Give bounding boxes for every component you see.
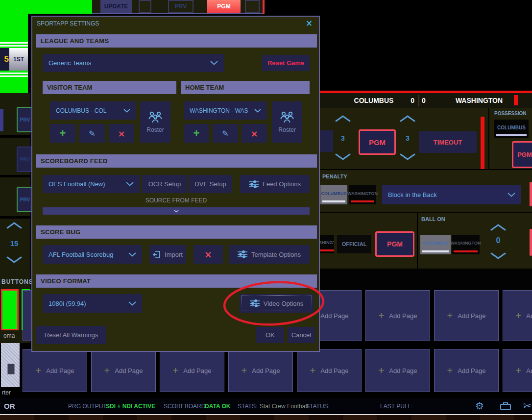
feed-value: OES Football (New) bbox=[48, 180, 105, 188]
league-select[interactable]: Generic Teams bbox=[43, 54, 224, 72]
chevron-down-icon bbox=[508, 193, 515, 197]
add-page-label: Add Page bbox=[389, 312, 417, 320]
scorebug-select[interactable]: AFL Football Scorebug bbox=[43, 245, 142, 264]
team-underline bbox=[322, 200, 345, 202]
plus-icon: + bbox=[310, 365, 316, 376]
add-page-tile[interactable]: +Add Page bbox=[228, 349, 293, 392]
close-icon[interactable]: × bbox=[306, 18, 313, 28]
template-options-button[interactable]: Template Options bbox=[229, 245, 310, 264]
plus-icon: + bbox=[447, 310, 453, 321]
add-page-tile[interactable]: +Add Page bbox=[365, 290, 430, 341]
timeouts-up-icon[interactable] bbox=[399, 115, 416, 123]
home-team-select[interactable]: WASHINGTON - WAS bbox=[184, 101, 267, 120]
timeouts-up-icon[interactable] bbox=[335, 115, 351, 123]
visitor-timeouts-value: 3 bbox=[335, 134, 351, 142]
scorebug-preview: 5 1ST bbox=[0, 48, 28, 71]
visitor-delete-button[interactable]: × bbox=[109, 124, 134, 143]
home-delete-button[interactable]: × bbox=[242, 124, 267, 143]
add-page-tile[interactable]: +Add Page bbox=[503, 349, 532, 392]
toolbar-spacer bbox=[245, 0, 260, 13]
pgm-take-button[interactable]: PGM bbox=[359, 129, 396, 155]
visitor-team-select[interactable]: COLUMBUS - COL bbox=[50, 101, 136, 120]
cut-red-button bbox=[530, 182, 532, 206]
add-page-tile[interactable]: +Add Page bbox=[160, 349, 224, 392]
update-button[interactable]: UPDATE bbox=[100, 0, 132, 13]
add-page-tile[interactable]: +Add Page bbox=[434, 349, 499, 392]
ball-on-visitor-toggle[interactable]: COLUMBUS bbox=[420, 235, 451, 254]
ball-on-home-toggle[interactable]: WASHINGTON bbox=[452, 235, 480, 254]
reset-warnings-button[interactable]: Reset All Warnings bbox=[36, 326, 106, 344]
timeouts-down-icon[interactable] bbox=[335, 153, 351, 161]
add-page-tile[interactable]: +Add Page bbox=[91, 349, 156, 392]
roster-label: Roster bbox=[146, 126, 164, 133]
possession-pgm-button[interactable]: PGM bbox=[512, 141, 532, 168]
stepper-down-icon[interactable] bbox=[6, 256, 23, 264]
add-page-tile[interactable]: +Add Page bbox=[365, 349, 430, 392]
dve-setup-button[interactable]: DVE Setup bbox=[189, 175, 232, 193]
add-page-tile[interactable]: +Add Page bbox=[434, 290, 499, 341]
plus-icon: + bbox=[379, 310, 385, 321]
official-button[interactable]: OFFICIAL bbox=[337, 235, 371, 253]
team-underline bbox=[351, 200, 374, 202]
video-options-button[interactable]: Video Options bbox=[240, 294, 314, 313]
preset-thumbnail[interactable] bbox=[1, 343, 20, 387]
cancel-button[interactable]: Cancel bbox=[288, 327, 315, 343]
video-format-select[interactable]: 1080i (59.94) bbox=[43, 294, 142, 313]
penalty-select[interactable]: Block in the Back bbox=[382, 185, 521, 204]
row1-prv-button[interactable]: PRV bbox=[17, 107, 33, 132]
penalty-home-toggle[interactable]: WASHINGTON bbox=[349, 185, 376, 204]
add-page-label: Add Page bbox=[183, 367, 211, 374]
preset-chroma-tile[interactable] bbox=[1, 289, 19, 330]
row2-prv-button[interactable]: PRV bbox=[17, 147, 33, 172]
row3-prv-button[interactable]: PRV bbox=[17, 187, 33, 212]
ball-on-up-icon[interactable] bbox=[490, 223, 507, 231]
add-page-label: Add Page bbox=[389, 367, 417, 374]
feed-select[interactable]: OES Football (New) bbox=[43, 175, 140, 193]
add-page-label: Add Page bbox=[526, 367, 532, 374]
home-name: WASHINGTON bbox=[440, 97, 518, 104]
feed-options-label: Feed Options bbox=[263, 180, 301, 188]
feed-options-button[interactable]: Feed Options bbox=[240, 175, 310, 193]
visitor-add-button[interactable]: + bbox=[50, 124, 75, 143]
ball-on-pgm-button[interactable]: PGM bbox=[375, 231, 414, 257]
add-page-label: Add Page bbox=[320, 312, 348, 320]
gear-icon[interactable]: ⚙ bbox=[475, 400, 484, 412]
timeouts-down-icon[interactable] bbox=[399, 153, 416, 161]
possession-visitor-toggle[interactable]: COLUMBUS bbox=[494, 120, 529, 138]
stepper-up-icon[interactable] bbox=[6, 222, 23, 229]
home-edit-button[interactable]: ✎ bbox=[213, 124, 238, 143]
add-page-tile[interactable]: +Add Page bbox=[503, 290, 532, 341]
scorebug-stripe bbox=[0, 45, 28, 47]
pgm-button[interactable]: PGM bbox=[207, 0, 241, 13]
home-team-header: HOME TEAM bbox=[181, 81, 310, 94]
ok-button[interactable]: OK bbox=[256, 327, 284, 343]
home-roster-button[interactable]: Roster bbox=[272, 101, 302, 143]
penalty-visitor-toggle[interactable]: COLUMBUS bbox=[320, 185, 347, 204]
timeout-button[interactable]: TIMEOUT bbox=[419, 131, 477, 153]
source-feed-expander[interactable] bbox=[43, 207, 310, 215]
add-page-tile[interactable]: +Add Page bbox=[297, 349, 362, 392]
scissors-icon[interactable]: ✂ bbox=[523, 400, 532, 412]
prv-button[interactable]: PRV bbox=[168, 0, 193, 13]
ocr-setup-button[interactable]: OCR Setup bbox=[142, 175, 187, 193]
toolbar-spacer bbox=[139, 0, 151, 13]
add-page-tile[interactable]: +Add Page bbox=[23, 349, 87, 392]
penalty-home-label: WASHINGTON bbox=[347, 191, 378, 196]
roster-label: Roster bbox=[278, 126, 295, 133]
section-scorebug-header: SCORE BUG bbox=[36, 225, 317, 239]
ball-on-label: BALL ON bbox=[421, 216, 445, 222]
home-add-button[interactable]: + bbox=[184, 124, 209, 143]
plus-icon: + bbox=[104, 365, 110, 376]
plus-icon: + bbox=[60, 128, 66, 139]
reset-game-button[interactable]: Reset Game bbox=[262, 55, 310, 71]
cut-home-toggle[interactable]: WASHINGTON bbox=[320, 235, 334, 253]
visitor-roster-button[interactable]: Roster bbox=[140, 101, 170, 143]
status-left-text: OR bbox=[4, 402, 15, 410]
visitor-edit-button[interactable]: ✎ bbox=[79, 124, 105, 143]
sportapp-window: 5 1ST UPDATE PRV PGM PRV PRV PRV 15 BUTT… bbox=[0, 0, 532, 420]
ball-on-down-icon[interactable] bbox=[490, 252, 507, 260]
import-button[interactable]: Import bbox=[149, 245, 186, 264]
briefcase-icon[interactable] bbox=[500, 402, 511, 411]
scorebug-delete-button[interactable]: × bbox=[193, 245, 223, 264]
cut-button bbox=[320, 130, 333, 152]
